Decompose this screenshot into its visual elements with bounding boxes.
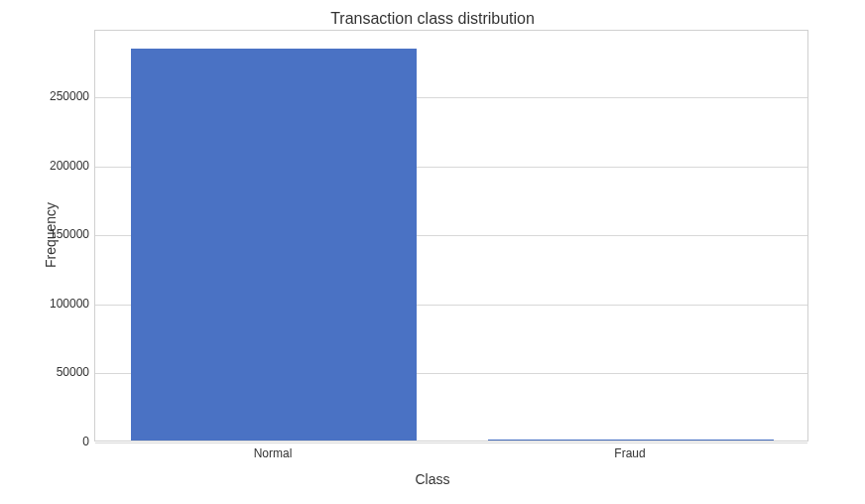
bar-fraud <box>488 440 774 441</box>
chart-title: Transaction class distribution <box>330 10 535 28</box>
plot-area <box>94 30 808 441</box>
x-axis-label: Class <box>415 471 449 487</box>
x-tick-label: Normal <box>254 446 293 460</box>
bar-normal <box>131 49 417 441</box>
y-tick-label: 150000 <box>20 227 89 241</box>
y-tick-label: 200000 <box>20 159 89 173</box>
y-tick-label: 250000 <box>20 89 89 103</box>
chart-container: Transaction class distribution Frequency… <box>0 0 865 504</box>
y-tick-label: 100000 <box>20 297 89 311</box>
y-tick-label: 50000 <box>20 365 89 379</box>
y-tick-label: 0 <box>20 435 89 448</box>
x-tick-label: Fraud <box>614 446 645 460</box>
grid-line <box>95 442 807 443</box>
